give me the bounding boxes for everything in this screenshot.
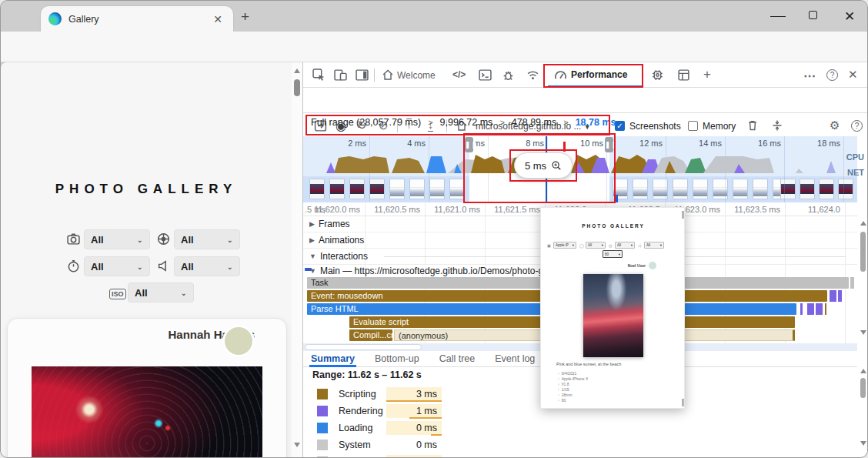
overview-tick: 4 ms — [379, 139, 426, 148]
tab-close-icon[interactable]: ✕ — [210, 13, 225, 25]
more-tabs-icon[interactable]: + — [703, 67, 711, 82]
summary-scrollbar-thumb[interactable] — [860, 378, 866, 398]
flash-filter-select[interactable]: All⌄ — [174, 256, 240, 276]
tracks-scroll-down-icon[interactable] — [860, 330, 866, 335]
interaction-marker-blue — [616, 195, 618, 202]
legend-row-system: System 0 ms — [303, 436, 611, 453]
filmstrip-thumbnail[interactable] — [349, 179, 365, 199]
popup-flash-select: All▾ — [644, 242, 664, 249]
summary-scroll-up-icon[interactable] — [860, 369, 866, 373]
popup-meta-focal: 28mm — [558, 393, 573, 397]
collapse-icon[interactable] — [771, 119, 783, 135]
devtools-help-icon[interactable]: ? — [826, 69, 838, 81]
aperture-filter-select[interactable]: All⌄ — [174, 229, 240, 249]
flame-render-bar[interactable] — [838, 290, 842, 302]
filmstrip-thumbnail[interactable] — [800, 179, 815, 199]
filmstrip-thumbnail[interactable] — [780, 179, 796, 199]
scroll-down-icon[interactable] — [294, 443, 300, 447]
scrollbar-thumb[interactable] — [294, 79, 300, 96]
trash-icon[interactable] — [746, 119, 759, 135]
flame-render-bar[interactable] — [816, 303, 823, 315]
tab-bottom-up[interactable]: Bottom-up — [375, 353, 419, 364]
tab-call-tree[interactable]: Call tree — [439, 353, 476, 364]
page-title: PHOTO GALLERY — [1, 182, 292, 197]
dock-side-icon[interactable] — [356, 69, 369, 85]
home-icon[interactable] — [382, 69, 394, 84]
tab-application-icon[interactable] — [677, 69, 690, 85]
selection-handle-right[interactable]: ❚❚ — [605, 137, 613, 152]
filmstrip-thumbnail[interactable] — [309, 179, 325, 199]
filmstrip-thumbnail[interactable] — [819, 179, 834, 199]
tab-sources-icon[interactable]: </> — [452, 69, 466, 80]
tab-event-log[interactable]: Event log — [495, 353, 535, 364]
zoom-tooltip-label: 5 ms — [525, 160, 546, 172]
filmstrip-thumbnail[interactable] — [753, 179, 768, 199]
memory-checkbox[interactable] — [688, 121, 698, 131]
filmstrip-thumbnail[interactable] — [369, 179, 385, 199]
tracks-scrollbar-thumb[interactable] — [860, 232, 866, 272]
breadcrumb-level-1[interactable]: 9,996.72 ms — [440, 117, 493, 128]
filmstrip-thumbnail[interactable] — [693, 179, 708, 199]
tab-chip-icon[interactable] — [651, 69, 664, 85]
filmstrip-thumbnail[interactable] — [329, 179, 345, 199]
flame-render-bar[interactable] — [830, 290, 836, 302]
net-track-label: NET — [847, 168, 864, 177]
tab-network-icon[interactable] — [526, 69, 539, 85]
raindrops-photo[interactable] — [32, 366, 262, 458]
popup-shutter-select: All▾ — [615, 242, 635, 249]
filmstrip-thumbnail[interactable] — [733, 179, 748, 199]
tab-performance[interactable]: Performance — [571, 69, 627, 80]
filmstrip-thumbnail[interactable] — [409, 179, 425, 199]
devtools-menu-icon[interactable]: ⋯ — [803, 69, 817, 83]
hscrollbar-thumb[interactable] — [305, 344, 422, 350]
flame-tick: 11,621.0 ms — [426, 205, 480, 214]
screenshots-checkbox[interactable]: ✓ — [615, 121, 625, 131]
tab-welcome[interactable]: Welcome — [397, 70, 436, 81]
tracks-scroll-up-icon[interactable] — [860, 221, 866, 226]
flame-compile-script[interactable]: Compil...cript — [349, 329, 392, 341]
shutter-filter-select[interactable]: All⌄ — [84, 256, 150, 276]
flame-script-sliver[interactable] — [825, 303, 826, 315]
filmstrip-thumbnail[interactable] — [838, 179, 853, 199]
tab-debugger-icon[interactable] — [502, 69, 515, 85]
iso-filter-select[interactable]: All⌄ — [128, 282, 194, 303]
devtools-close-icon[interactable]: ✕ — [848, 68, 858, 82]
filmstrip-thumbnail[interactable] — [673, 179, 688, 199]
filmstrip-thumbnail[interactable] — [389, 179, 405, 199]
filmstrip-thumbnail[interactable] — [429, 179, 445, 199]
selection-handle-left[interactable]: ❚❚ — [465, 137, 473, 152]
window-close-button[interactable]: ✕ — [844, 8, 855, 22]
popup-meta-iso: 80 — [558, 398, 566, 403]
camera-filter-select[interactable]: All⌄ — [84, 229, 150, 249]
window-minimize-button[interactable] — [770, 10, 786, 17]
breadcrumb-full-range[interactable]: Full range (28,057.79 ms) — [311, 117, 421, 128]
breadcrumb-level-2[interactable]: 478.89 ms — [512, 117, 556, 128]
scroll-up-icon[interactable] — [294, 69, 300, 73]
flame-render-bar[interactable] — [807, 303, 814, 315]
window-maximize-button[interactable] — [809, 11, 817, 19]
page-scrollbar[interactable] — [292, 62, 302, 458]
flame-task-fragment[interactable] — [850, 277, 854, 289]
browser-tab-gallery[interactable]: Gallery ✕ — [41, 6, 233, 32]
filmstrip-thumbnail[interactable] — [449, 179, 465, 199]
popup-sunset-photo — [583, 274, 643, 357]
overview-tick: 14 ms — [676, 139, 722, 148]
tab-summary[interactable]: Summary — [311, 353, 355, 364]
overview-tick: 6 ms — [439, 139, 485, 148]
filmstrip-thumbnail[interactable] — [613, 179, 628, 199]
device-emulation-icon[interactable] — [334, 69, 347, 85]
tab-performance-icon[interactable] — [554, 69, 567, 85]
flame-render-bar[interactable] — [800, 303, 803, 315]
tab-console-icon[interactable] — [479, 69, 492, 85]
filmstrip-thumbnail[interactable] — [713, 179, 728, 199]
perf-help-icon[interactable]: ? — [851, 120, 863, 132]
new-tab-button[interactable]: + — [241, 8, 249, 25]
perf-settings-gear-icon[interactable]: ⚙ — [830, 119, 840, 132]
filmstrip-thumbnail[interactable] — [633, 179, 648, 199]
summary-scroll-down-icon[interactable] — [860, 441, 866, 446]
flame-tick: 11,621.5 ms — [486, 205, 540, 214]
camera-icon — [67, 232, 80, 249]
flash-icon — [157, 259, 170, 276]
breadcrumb-current[interactable]: 18.78 ms — [576, 117, 616, 128]
inspect-icon[interactable] — [312, 69, 326, 85]
